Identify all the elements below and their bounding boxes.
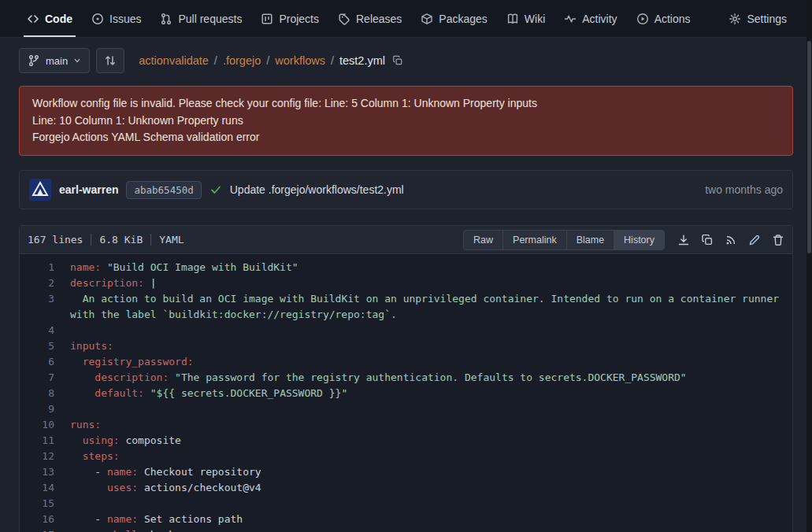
breadcrumb-dir-link[interactable]: workflows <box>275 54 325 67</box>
trash-icon[interactable] <box>772 234 784 246</box>
commit-message[interactable]: Update .forgejo/workflows/test2.yml <box>230 183 404 196</box>
nav-tab-activity[interactable]: Activity <box>554 0 626 37</box>
commit-author[interactable]: earl-warren <box>59 183 118 196</box>
breadcrumb-repo-link[interactable]: actionvalidate <box>139 54 209 67</box>
file-header: 167 lines 6.8 KiB YAML Raw Permalink Bla… <box>20 226 792 254</box>
nav-tab-issues[interactable]: Issues <box>82 0 150 37</box>
nav-tab-wiki[interactable]: Wiki <box>497 0 554 37</box>
avatar[interactable] <box>29 179 51 201</box>
line-number[interactable]: 3 <box>20 291 70 323</box>
code-content: description: "The password for the regis… <box>70 370 792 386</box>
file-view: 167 lines 6.8 KiB YAML Raw Permalink Bla… <box>19 225 793 532</box>
line-number[interactable]: 13 <box>20 464 70 480</box>
commit-time: two months ago <box>705 183 783 196</box>
compare-button[interactable] <box>96 48 124 73</box>
line-number[interactable]: 11 <box>20 433 70 449</box>
rss-icon[interactable] <box>725 234 737 246</box>
repo-file-page: CodeIssuesPull requestsProjectsReleasesP… <box>0 0 812 532</box>
workflow-error-banner: Workflow config file is invalid. Please … <box>19 86 793 156</box>
nav-tab-packages[interactable]: Packages <box>411 0 496 37</box>
nav-tab-pull-requests[interactable]: Pull requests <box>150 0 251 37</box>
code-line: 8 default: "${{ secrets.DOCKER_PASSWORD … <box>20 386 792 401</box>
code-content: description: | <box>70 275 792 291</box>
nav-tab-label: Code <box>45 13 72 25</box>
blame-button[interactable]: Blame <box>566 230 614 250</box>
caret-down-icon <box>73 57 81 65</box>
pencil-icon[interactable] <box>748 234 761 246</box>
latest-commit-bar: earl-warren abab65450d Update .forgejo/w… <box>19 170 793 209</box>
code-line: 4 <box>20 323 792 338</box>
scrollbar-thumb[interactable] <box>807 41 811 253</box>
code-line: 6 registry_password: <box>20 354 792 370</box>
history-button[interactable]: History <box>614 230 665 250</box>
file-line-count: 167 lines <box>28 234 83 246</box>
projects-icon <box>261 13 273 25</box>
code-line: 9 <box>20 401 792 417</box>
nav-tab-releases[interactable]: Releases <box>328 0 411 37</box>
file-meta: 167 lines 6.8 KiB YAML <box>28 234 184 246</box>
code-line: 3 An action to build an OCI image with B… <box>20 291 792 323</box>
commit-status-check-icon[interactable] <box>209 183 222 196</box>
gear-icon <box>729 13 741 25</box>
compare-icon <box>104 54 117 67</box>
code-view: 1name: "Build OCI Image with BuildKit"2d… <box>20 254 792 532</box>
nav-tab-label: Projects <box>279 13 319 25</box>
file-tool-icons <box>677 234 784 246</box>
code-content: shell: bash <box>70 527 792 532</box>
line-number[interactable]: 10 <box>20 417 70 433</box>
line-number[interactable]: 2 <box>20 275 70 291</box>
line-number[interactable]: 15 <box>20 496 70 512</box>
line-number[interactable]: 8 <box>20 386 70 401</box>
code-content: default: "${{ secrets.DOCKER_PASSWORD }}… <box>70 386 792 401</box>
code-line: 2description: | <box>20 275 792 291</box>
code-icon <box>27 13 39 25</box>
download-icon[interactable] <box>677 234 690 246</box>
nav-tab-label: Actions <box>654 13 691 25</box>
pull-request-icon <box>160 13 172 25</box>
file-actions: Raw Permalink Blame History <box>463 230 784 250</box>
line-number[interactable]: 1 <box>20 260 70 275</box>
code-content: - name: Checkout repository <box>70 464 792 480</box>
branch-selector[interactable]: main <box>19 48 90 73</box>
meta-divider <box>150 234 151 246</box>
branch-label: main <box>46 55 68 67</box>
code-line: 14 uses: actions/checkout@v4 <box>20 480 792 496</box>
nav-tab-actions[interactable]: Actions <box>627 0 700 37</box>
nav-tab-settings[interactable]: Settings <box>719 0 796 37</box>
line-number[interactable]: 7 <box>20 370 70 386</box>
code-content: registry_password: <box>70 354 792 370</box>
permalink-button[interactable]: Permalink <box>502 230 567 250</box>
code-content: name: "Build OCI Image with BuildKit" <box>70 260 792 275</box>
line-number[interactable]: 5 <box>20 338 70 354</box>
breadcrumb: actionvalidate / .forgejo / workflows / … <box>139 54 403 67</box>
nav-tab-projects[interactable]: Projects <box>251 0 328 37</box>
breadcrumb-dir-link[interactable]: .forgejo <box>223 54 261 67</box>
nav-tab-label: Releases <box>356 13 402 25</box>
breadcrumb-separator: / <box>214 54 217 67</box>
nav-tab-label: Pull requests <box>178 13 242 25</box>
line-number[interactable]: 17 <box>20 527 70 532</box>
breadcrumb-separator: / <box>331 54 334 67</box>
line-number[interactable]: 6 <box>20 354 70 370</box>
copy-content-icon[interactable] <box>701 234 714 246</box>
line-number[interactable]: 16 <box>20 512 70 527</box>
nav-tab-label: Wiki <box>525 13 545 25</box>
code-line: 5inputs: <box>20 338 792 354</box>
line-number[interactable]: 9 <box>20 401 70 417</box>
line-number[interactable]: 14 <box>20 480 70 496</box>
code-content: runs: <box>70 417 792 433</box>
raw-button[interactable]: Raw <box>463 230 503 250</box>
commit-hash-button[interactable]: abab65450d <box>126 181 201 199</box>
nav-tab-label: Packages <box>439 13 487 25</box>
code-line: 17 shell: bash <box>20 527 792 532</box>
branch-icon <box>28 54 40 67</box>
code-content <box>70 323 792 338</box>
file-language: YAML <box>159 234 184 246</box>
code-line: 12 steps: <box>20 449 792 464</box>
copy-path-icon[interactable] <box>392 55 403 66</box>
nav-tab-code[interactable]: Code <box>17 0 82 37</box>
line-number[interactable]: 12 <box>20 449 70 464</box>
code-line: 1name: "Build OCI Image with BuildKit" <box>20 260 792 275</box>
line-number[interactable]: 4 <box>20 323 70 338</box>
scrollbar[interactable] <box>806 0 812 532</box>
